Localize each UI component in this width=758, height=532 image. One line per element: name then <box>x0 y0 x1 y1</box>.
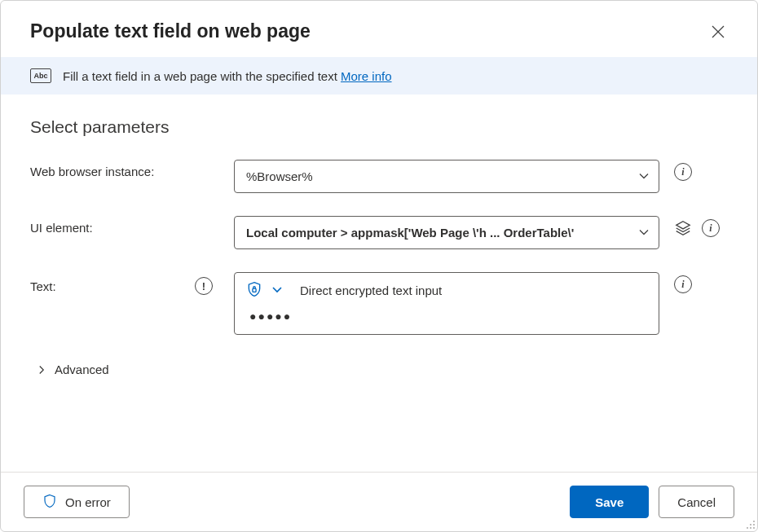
param-row-browser: Web browser instance: %Browser% i <box>30 160 728 193</box>
abc-icon: Abc <box>30 68 51 83</box>
shield-icon <box>42 494 57 511</box>
param-row-text: Text: ! <box>30 272 728 335</box>
resize-grip-icon[interactable] <box>744 518 756 530</box>
param-label-browser: Web browser instance: <box>30 160 227 178</box>
text-input-container: Direct encrypted text input ●●●●● <box>234 272 659 335</box>
svg-point-6 <box>753 524 755 525</box>
section-title: Select parameters <box>30 117 728 137</box>
info-icon[interactable]: i <box>674 163 692 181</box>
on-error-label: On error <box>65 495 111 509</box>
browser-instance-value: %Browser% <box>246 169 313 183</box>
svg-point-7 <box>747 527 748 529</box>
dialog-content: Select parameters Web browser instance: … <box>1 95 757 472</box>
more-info-link[interactable]: More info <box>341 69 392 83</box>
browser-instance-select[interactable]: %Browser% <box>234 160 659 193</box>
text-type-dropdown[interactable] <box>271 283 284 298</box>
param-row-ui-element: UI element: Local computer > appmask['We… <box>30 216 728 249</box>
chevron-right-icon <box>37 365 46 375</box>
text-type-label: Direct encrypted text input <box>300 284 442 297</box>
chevron-down-icon <box>637 225 650 240</box>
info-bar: Abc Fill a text field in a web page with… <box>1 57 757 95</box>
svg-point-5 <box>750 524 751 525</box>
close-icon <box>712 25 725 38</box>
warning-icon: ! <box>195 277 213 295</box>
close-button[interactable] <box>708 22 728 42</box>
info-icon[interactable]: i <box>702 219 720 237</box>
encrypted-text-input[interactable]: ●●●●● <box>246 310 647 323</box>
param-label-ui-element: UI element: <box>30 216 227 235</box>
chevron-down-icon <box>637 169 650 184</box>
svg-point-4 <box>753 521 755 522</box>
advanced-label: Advanced <box>55 363 109 376</box>
dialog-header: Populate text field on web page <box>1 1 757 57</box>
svg-point-8 <box>750 527 751 529</box>
on-error-button[interactable]: On error <box>24 486 130 518</box>
param-label-text: Text: ! <box>30 272 227 295</box>
info-icon[interactable]: i <box>674 275 692 293</box>
ui-element-select[interactable]: Local computer > appmask['Web Page \'h .… <box>234 216 659 249</box>
info-bar-text: Fill a text field in a web page with the… <box>63 69 392 83</box>
dialog-title: Populate text field on web page <box>30 20 311 42</box>
dialog-populate-text-field: Populate text field on web page Abc Fill… <box>0 0 758 532</box>
svg-point-9 <box>753 527 755 529</box>
save-button[interactable]: Save <box>570 486 649 518</box>
lock-shield-icon <box>246 281 262 300</box>
ui-element-picker-button[interactable] <box>674 219 692 237</box>
cancel-button[interactable]: Cancel <box>659 486 734 518</box>
dialog-footer: On error Save Cancel <box>1 472 757 531</box>
svg-rect-3 <box>253 288 256 292</box>
ui-element-value: Local computer > appmask['Web Page \'h .… <box>246 226 574 240</box>
svg-marker-2 <box>676 222 690 229</box>
advanced-toggle[interactable]: Advanced <box>30 358 728 376</box>
